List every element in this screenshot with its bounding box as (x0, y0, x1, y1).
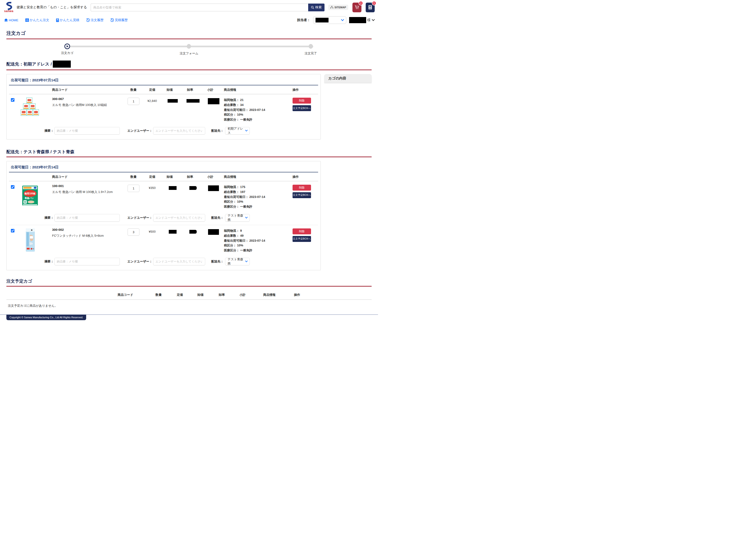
chevron-down-icon (245, 261, 248, 262)
cart-row-100-001: 徳用100枚 救急バン M 100-001 エルモ 救急バン 徳用 M 100枚… (9, 181, 318, 221)
row-form: 摘要： エンドユーザー： 配送先： テスト青森県 (44, 214, 318, 221)
grid-icon (25, 18, 29, 22)
sanwa-logo-text: sanwa (4, 10, 13, 13)
product-image-blue-pack (16, 228, 44, 252)
step-order-form: 注文フォーム (128, 43, 250, 56)
redacted-wholesale-price (169, 230, 176, 234)
product-image-boxes-stack (16, 97, 44, 116)
enduser-input[interactable] (153, 214, 205, 221)
to-planned-box-button[interactable]: 注文予定BOXへ (292, 105, 311, 111)
delivery-select[interactable]: テスト青森県 (225, 258, 250, 265)
row-form: 摘要： エンドユーザー： 配送先： テスト青森県 (44, 258, 318, 265)
product-table-header: 商品コード 数量 定価 卸価 卸率 小計 商品情報 操作 (9, 88, 318, 94)
calculator-icon (56, 18, 59, 22)
redacted-wholesale-rate (186, 99, 200, 103)
shipment-box-2: 出荷可能日：2023年07月14日 商品コード 数量 定価 卸価 卸率 小計 商… (6, 161, 321, 270)
planned-cart-heading: 注文予定カゴ (6, 278, 372, 287)
order-progress: 注文カゴ 注文フォーム 注文完了 (6, 43, 372, 57)
delete-button[interactable]: 削除 (292, 185, 311, 190)
enduser-input[interactable] (153, 127, 205, 135)
cart-row-300-067: 300-067 エルモ 救急バン 徳用M 100枚入 10箱組 ¥2,840 福… (9, 94, 318, 135)
sitemap-icon (331, 6, 333, 9)
quantity-input[interactable] (127, 228, 139, 236)
row-form: 摘要： エンドユーザー： 配送先： 初期アドレス (44, 127, 318, 135)
product-info: 福岡物流： 21 総在庫数： 34 最短出荷可能日： 2023-07-14 税区… (224, 97, 288, 122)
search-icon (311, 6, 314, 9)
svg-text:救急バン: 救急バン (25, 197, 34, 199)
product-code: 100-001 (52, 184, 125, 188)
summary-input[interactable] (54, 127, 120, 135)
svg-text:M: M (24, 201, 26, 203)
sanwa-logo-icon (4, 2, 14, 11)
cart-count-badge: 3 (359, 1, 363, 6)
search-input[interactable] (91, 4, 308, 11)
cart-contents-panel: カゴの内容 (324, 74, 372, 83)
footer: Copyright © Sanwa Manufacturing Co., Ltd… (0, 315, 378, 320)
redacted-wholesale-price (168, 99, 178, 103)
list-price: ¥2,840 (142, 97, 162, 103)
to-planned-box-button[interactable]: 注文予定BOXへ (292, 236, 311, 242)
redacted-wholesale-price (169, 186, 176, 190)
quantity-input[interactable] (127, 98, 139, 105)
top-header: sanwa 健康と安全と教育の「もの・こと」を探求する 検索 SITEMAP 3… (0, 0, 378, 14)
delivery-select[interactable]: テスト青森県 (225, 214, 250, 221)
step-dot (309, 44, 313, 49)
row-checkbox[interactable] (11, 185, 14, 189)
quantity-input[interactable] (127, 185, 139, 192)
play-circle-icon (65, 43, 70, 49)
redacted-subtotal (208, 98, 219, 104)
redacted-wholesale-rate (189, 230, 197, 234)
planned-cart-empty-message: 注文予定カゴに商品がありません。 (6, 300, 372, 313)
delivery-select[interactable]: 初期アドレス (225, 127, 250, 135)
planned-cart-section: 注文予定カゴ 商品コード 数量 定価 卸価 卸率 小計 商品情報 操作 注文予定… (6, 278, 372, 313)
redacted-address (53, 61, 71, 68)
user-menu[interactable]: 様 (349, 17, 375, 23)
nav-easy-order[interactable]: かんたん注文 (25, 18, 49, 22)
enduser-input[interactable] (153, 258, 205, 265)
nav-order-history[interactable]: 注文履歴 (86, 18, 103, 22)
to-planned-box-button[interactable]: 注文予定BOXへ (292, 192, 311, 198)
summary-input[interactable] (54, 258, 120, 265)
home-icon (4, 18, 8, 22)
product-name: FCワンタッチパッド M 6枚入 5×8cm (52, 234, 125, 238)
product-search: 検索 (91, 4, 325, 11)
cart-button[interactable]: 3 (352, 3, 362, 12)
redacted-staff-name (315, 18, 329, 22)
redacted-user-name (349, 17, 366, 23)
row-checkbox[interactable] (11, 98, 14, 102)
search-button[interactable]: 検索 (308, 4, 325, 11)
step-dot (187, 44, 191, 49)
summary-input[interactable] (54, 214, 120, 221)
nav-home[interactable]: HOME (4, 18, 18, 22)
staff-select[interactable] (313, 16, 346, 24)
product-code: 300-002 (52, 228, 125, 232)
chevron-down-icon (341, 19, 344, 21)
copyright-text: Copyright © Sanwa Manufacturing Co., Ltd… (6, 315, 86, 320)
product-code: 300-067 (52, 97, 125, 101)
nav-estimate-history[interactable]: 見積履歴 (110, 18, 127, 22)
history-icon (86, 18, 90, 22)
delete-button[interactable]: 削除 (292, 98, 311, 104)
delivery-section-heading-2: 配送先：テスト青森県 / テスト青森 (6, 149, 372, 157)
user-suffix: 様 (367, 18, 371, 22)
shipment-box-1: 出荷可能日：2023年07月14日 商品コード 数量 定価 卸価 卸率 小計 商… (6, 74, 321, 140)
page-title: 注文カゴ (6, 30, 372, 39)
estimate-count-badge: 5 (372, 1, 376, 6)
nav-easy-estimate[interactable]: かんたん見積 (56, 18, 79, 22)
site-tagline: 健康と安全と教育の「もの・こと」を探求する (16, 5, 87, 10)
sanwa-logo[interactable]: sanwa (3, 2, 14, 13)
product-info: 福岡物流： 175 総在庫数： 197 最短出荷可能日： 2023-07-14 … (224, 184, 288, 209)
estimate-box-button[interactable]: 5 (366, 3, 375, 12)
product-name: エルモ 救急バン 徳用M 100枚入 10箱組 (52, 103, 125, 107)
calculator-icon (368, 5, 372, 10)
svg-text:徳用100枚: 徳用100枚 (24, 192, 36, 195)
product-info: 福岡物流： 9 総在庫数： 49 最短出荷可能日： 2023-07-14 税区分… (224, 228, 288, 253)
delete-button[interactable]: 削除 (292, 228, 311, 234)
planned-cart-table-header: 商品コード 数量 定価 卸価 卸率 小計 商品情報 操作 (6, 287, 372, 300)
sitemap-link[interactable]: SITEMAP (328, 5, 348, 10)
chevron-down-icon (245, 130, 248, 132)
product-image-green-box: 徳用100枚 救急バン M (16, 184, 44, 206)
row-checkbox[interactable] (11, 229, 14, 233)
cart-icon (355, 5, 359, 10)
history-icon (110, 18, 114, 22)
